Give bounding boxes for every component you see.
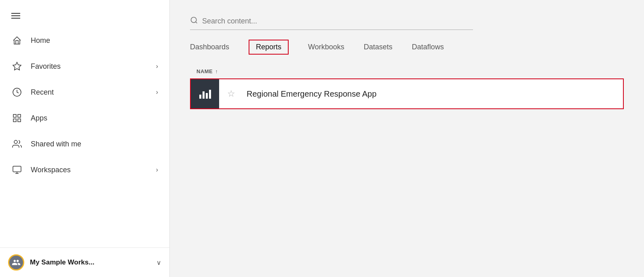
sidebar-nav: Home Favorites › Recent › — [0, 27, 169, 247]
hamburger-menu[interactable] — [0, 4, 169, 27]
workspaces-chevron: › — [156, 166, 158, 173]
sidebar-item-workspaces-label: Workspaces — [31, 166, 148, 174]
search-input[interactable] — [202, 17, 364, 25]
sidebar-item-shared-label: Shared with me — [31, 140, 158, 148]
star-cell[interactable]: ☆ — [219, 89, 243, 99]
search-bar[interactable] — [190, 16, 473, 30]
favorite-star-icon[interactable]: ☆ — [227, 89, 235, 99]
tab-datasets[interactable]: Datasets — [364, 40, 393, 54]
workspace-label: My Sample Works... — [30, 258, 151, 266]
svg-point-6 — [14, 140, 17, 144]
sidebar-item-apps[interactable]: Apps — [0, 105, 169, 131]
svg-rect-4 — [13, 119, 16, 122]
sidebar-item-workspaces[interactable]: Workspaces › — [0, 157, 169, 183]
search-icon — [190, 16, 198, 26]
sidebar: Home Favorites › Recent › — [0, 0, 170, 277]
sort-arrow: ↑ — [215, 68, 218, 74]
main-content: Dashboards Reports Workbooks Datasets Da… — [170, 0, 644, 277]
sidebar-item-shared[interactable]: Shared with me — [0, 131, 169, 157]
row-name[interactable]: Regional Emergency Response App — [243, 89, 623, 99]
name-column-header: NAME ↑ — [196, 68, 218, 74]
recent-chevron: › — [156, 89, 158, 96]
content-table: NAME ↑ ☆ Regional Emergency Response App — [190, 64, 624, 109]
svg-marker-0 — [13, 62, 21, 70]
workspace-avatar — [8, 254, 24, 271]
apps-icon — [11, 112, 23, 124]
tab-reports[interactable]: Reports — [249, 40, 289, 55]
sidebar-item-recent-label: Recent — [31, 88, 148, 97]
tab-dashboards[interactable]: Dashboards — [190, 40, 229, 54]
svg-line-11 — [196, 22, 197, 23]
recent-icon — [11, 87, 23, 98]
sidebar-item-home-label: Home — [31, 36, 158, 45]
workspaces-icon — [11, 164, 23, 176]
table-header: NAME ↑ — [190, 64, 624, 78]
sidebar-item-recent[interactable]: Recent › — [0, 79, 169, 105]
shared-icon — [11, 138, 23, 150]
svg-rect-2 — [13, 114, 16, 117]
workspace-chevron-icon: ∨ — [156, 259, 161, 266]
home-icon — [11, 35, 23, 46]
favorites-chevron: › — [156, 63, 158, 70]
sidebar-item-favorites[interactable]: Favorites › — [0, 53, 169, 79]
sidebar-item-apps-label: Apps — [31, 114, 158, 123]
bar-chart-icon — [199, 89, 211, 99]
tabs-row: Dashboards Reports Workbooks Datasets Da… — [190, 40, 624, 55]
svg-point-10 — [191, 17, 196, 23]
favorites-icon — [11, 61, 23, 72]
sidebar-item-favorites-label: Favorites — [31, 62, 148, 71]
svg-rect-7 — [13, 166, 21, 172]
tab-workbooks[interactable]: Workbooks — [308, 40, 344, 54]
tab-dataflows[interactable]: Dataflows — [412, 40, 444, 54]
workspace-selector[interactable]: My Sample Works... ∨ — [0, 247, 169, 277]
sidebar-item-home[interactable]: Home — [0, 27, 169, 53]
report-icon-cell — [191, 79, 219, 108]
svg-rect-3 — [18, 114, 21, 117]
table-row[interactable]: ☆ Regional Emergency Response App — [190, 78, 624, 109]
svg-rect-5 — [18, 119, 21, 122]
